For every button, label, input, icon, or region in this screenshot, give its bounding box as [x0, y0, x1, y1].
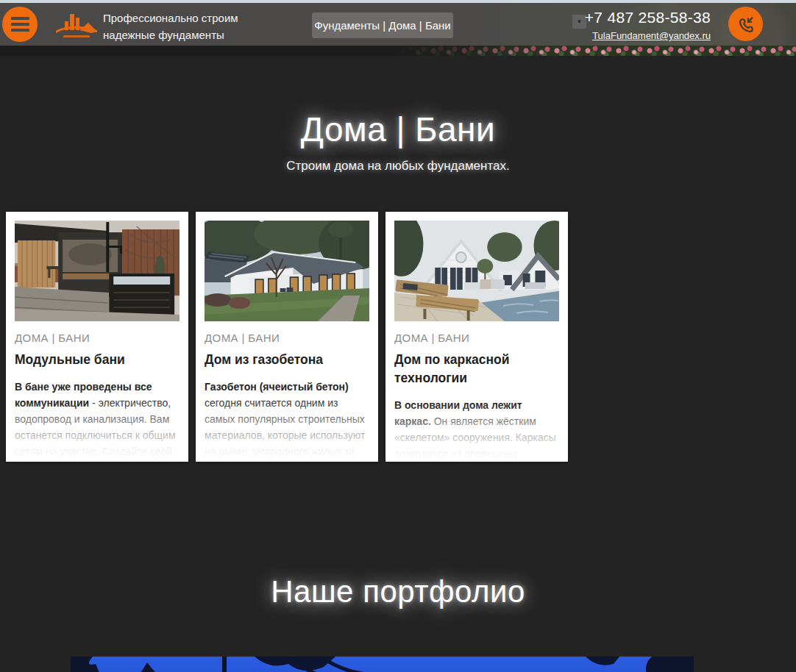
- tagline-line-2: надежные фундаменты: [103, 26, 238, 43]
- card-description: В бане уже проведены все коммуникации - …: [15, 379, 180, 462]
- hero-photo-strip: [0, 46, 796, 56]
- card-title: Модульные бани: [15, 351, 180, 369]
- tagline-line-1: Профессионально строим: [103, 10, 238, 26]
- card-description: В основании дома лежит каркас. Он являет…: [394, 397, 559, 462]
- flower-photo: [398, 46, 796, 56]
- site-header: Профессионально строим надежные фундамен…: [0, 3, 796, 46]
- menu-button[interactable]: [2, 7, 38, 42]
- card-description: Газобетон (ячеистый бетон) сегодня счита…: [205, 379, 369, 462]
- card-frame-technology-house[interactable]: ДОМА | БАНИ Дом по каркасной технологии …: [385, 212, 568, 462]
- aerated-concrete-house-photo: [205, 221, 369, 321]
- header-tagline: Профессионально строим надежные фундамен…: [103, 10, 238, 43]
- hero-section: Дома | Бани Строим дома на любых фундаме…: [0, 56, 796, 212]
- modular-bath-photo: [15, 221, 180, 321]
- hamburger-icon: [11, 17, 29, 20]
- incoming-call-icon: [736, 14, 756, 35]
- page-subtitle: Строим дома на любых фундаментах.: [0, 159, 796, 174]
- page-title: Дома | Бани: [0, 110, 796, 149]
- callback-button[interactable]: [728, 7, 763, 41]
- card-category: ДОМА | БАНИ: [205, 332, 369, 344]
- nav-foundations-houses-baths-button[interactable]: Фундаменты | Дома | Бани: [312, 12, 453, 38]
- email-link[interactable]: TulaFundament@yandex.ru: [592, 30, 711, 41]
- card-title: Дом из газобетона: [205, 351, 369, 369]
- logo-icon: [54, 8, 99, 42]
- card-aerated-concrete-house[interactable]: ДОМА | БАНИ Дом из газобетона Газобетон …: [196, 212, 378, 462]
- card-category: ДОМА | БАНИ: [15, 332, 180, 344]
- company-logo[interactable]: [54, 8, 99, 42]
- article-cards-section: ДОМА | БАНИ Модульные бани В бане уже пр…: [6, 212, 796, 462]
- phone-number-link[interactable]: +7 487 258-58-38: [585, 9, 711, 26]
- card-modular-baths[interactable]: ДОМА | БАНИ Модульные бани В бане уже пр…: [6, 212, 188, 462]
- frame-house-photo: [394, 221, 559, 321]
- card-title: Дом по каркасной технологии: [394, 351, 559, 387]
- portfolio-photo[interactable]: [71, 657, 694, 672]
- portfolio-section-title: Наше портфолио: [0, 574, 796, 610]
- card-category: ДОМА | БАНИ: [394, 332, 559, 344]
